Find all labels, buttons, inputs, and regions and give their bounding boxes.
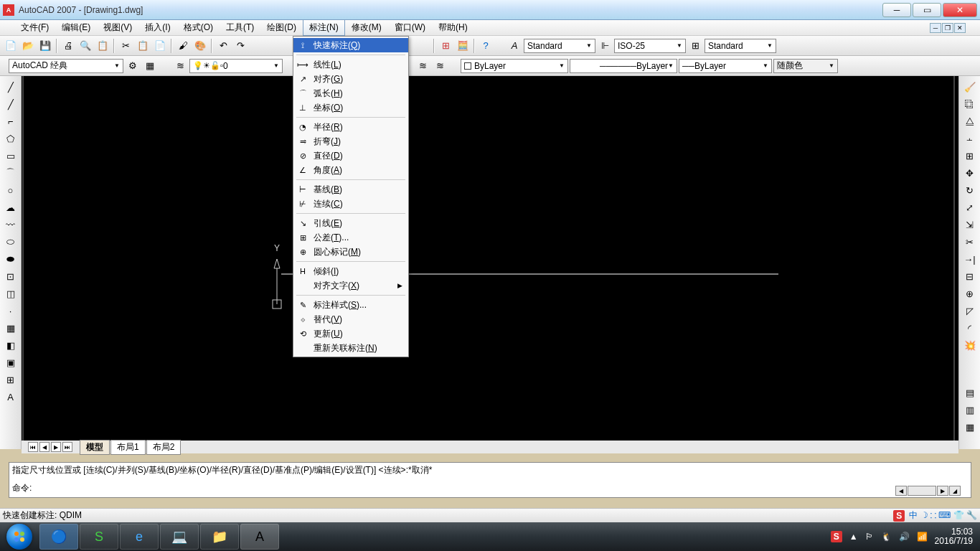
circle-icon[interactable]: ○ [3,182,19,198]
menu-item[interactable]: ↗对齐(G) [293,72,408,86]
menu-window[interactable]: 窗口(W) [388,19,432,36]
extend-icon[interactable]: →| [962,251,978,267]
lineweight-dropdown[interactable]: ── ByLayer▼ [679,59,772,73]
ws-save-icon[interactable]: ▦ [142,58,158,74]
menu-item[interactable]: ⟲更新(U) [293,326,408,341]
array-icon[interactable]: ⊞ [962,148,978,164]
tab-next[interactable]: ▶ [51,442,61,452]
region-icon[interactable]: ▣ [3,354,19,370]
xline-icon[interactable]: ╱ [3,96,19,112]
menu-item[interactable]: ⊢基线(B) [293,182,408,197]
layer-dropdown[interactable]: 💡☀🔓▫ 0▼ [189,59,283,73]
menu-file[interactable]: 文件(F) [14,19,55,36]
menu-edit[interactable]: 编辑(E) [55,19,97,36]
redo-icon[interactable]: ↷ [232,38,248,54]
ime-controls[interactable]: 中 ☽ ⸬ ⌨ 👕 🔧 [909,509,977,522]
mirror-icon[interactable]: ⧋ [962,113,978,129]
tray-date[interactable]: 2016/7/19 [935,537,973,546]
menu-item[interactable]: 重新关联标注(N) [293,341,408,355]
start-button[interactable] [0,522,39,551]
tab-layout1[interactable]: 布局1 [110,440,146,455]
hatch-icon[interactable]: ▦ [3,320,19,336]
break-icon[interactable]: ⊟ [962,268,978,284]
gradient-icon[interactable]: ◧ [3,337,19,353]
help-icon[interactable]: ? [478,38,494,54]
command-line[interactable]: 指定尺寸线位置或 [连续(C)/并列(S)/基线(B)/坐标(O)/半径(R)/… [9,462,971,498]
arc-icon[interactable]: ⌒ [3,165,19,181]
menu-item[interactable]: H倾斜(I) [293,264,408,278]
insert-icon[interactable]: ⊡ [3,268,19,284]
tab-prev[interactable]: ◀ [39,442,50,452]
task-explorer[interactable]: 📁 [200,524,239,550]
menu-item[interactable]: ⟼线性(L) [293,57,408,72]
spline-icon[interactable]: 〰 [3,217,19,232]
close-button[interactable]: ✕ [943,3,977,17]
task-app1[interactable]: 🔵 [39,524,78,550]
task-ie[interactable]: e [120,524,159,550]
fillet-icon[interactable]: ◜ [962,320,978,336]
copy2-icon[interactable]: ⿻ [962,96,978,112]
tab-model[interactable]: 模型 [80,440,110,455]
menu-item[interactable]: ⥤折弯(J) [293,134,408,149]
ellipsearc-icon[interactable]: ⬬ [3,251,19,267]
text-style-dropdown[interactable]: Standard▼ [524,39,595,53]
erase-icon[interactable]: 🧹 [962,79,978,95]
menu-item[interactable]: ⊕圆心标记(M) [293,245,408,259]
calc2-icon[interactable]: 🧮 [455,38,471,54]
offset-icon[interactable]: ⫠ [962,131,978,146]
layers2-icon[interactable]: ≋ [432,58,448,74]
trim-icon[interactable]: ✂ [962,234,978,250]
tray-sound-icon[interactable]: 🔊 [899,532,910,542]
pline-icon[interactable]: ⌐ [3,113,19,129]
task-app4[interactable]: 💻 [160,524,199,550]
undo-icon[interactable]: ↶ [215,38,231,54]
open-icon[interactable]: 📂 [20,38,36,54]
tray-qq-icon[interactable]: 🐧 [881,532,892,542]
ws-settings-icon[interactable]: ⚙ [125,58,141,74]
menu-item[interactable]: ⊥坐标(O) [293,100,408,115]
ellipse-icon[interactable]: ⬭ [3,234,19,250]
menu-item[interactable]: 对齐文字(X)▶ [293,278,408,293]
revcloud-icon[interactable]: ☁ [3,199,19,215]
menu-help[interactable]: 帮助(H) [432,19,474,36]
point-icon[interactable]: · [3,303,19,319]
block-icon[interactable]: ◫ [3,286,19,301]
tray-up-icon[interactable]: ▲ [849,532,858,542]
table-icon[interactable]: ⊞ [3,372,19,387]
menu-item[interactable]: ✎标注样式(S)... [293,298,408,312]
copy-icon[interactable]: 📋 [135,38,151,54]
block-icon[interactable]: 🎨 [192,38,208,54]
menu-item[interactable]: ⌒弧长(H) [293,86,408,100]
tray-net-icon[interactable]: 📶 [917,532,928,542]
palette3-icon[interactable]: ▦ [962,419,978,435]
match-icon[interactable]: 🖌 [175,38,191,54]
tray-flag-icon[interactable]: 🏳 [865,532,874,542]
tablestyle-icon[interactable]: ⊞ [687,38,703,54]
ime-badge[interactable]: S [893,510,905,522]
menu-dimension[interactable]: 标注(N) [303,19,345,36]
tray-ime-icon[interactable]: S [831,531,842,542]
menu-view[interactable]: 视图(V) [97,19,138,36]
cut-icon[interactable]: ✂ [118,38,133,54]
tab-last[interactable]: ⏭ [62,442,72,452]
layers-icon[interactable]: ≋ [415,58,430,74]
palette2-icon[interactable]: ▥ [962,402,978,418]
layer-mgr-icon[interactable]: ≋ [172,58,188,74]
dimstyle-icon[interactable]: ⊩ [597,38,613,54]
menu-modify[interactable]: 修改(M) [345,19,388,36]
polygon-icon[interactable]: ⬠ [3,131,19,146]
line-icon[interactable]: ╱ [3,79,19,95]
linetype-dropdown[interactable]: ────── ByLayer▼ [570,59,677,73]
task-app2[interactable]: S [80,524,118,550]
new-icon[interactable]: 📄 [3,38,19,54]
menu-format[interactable]: 格式(O) [177,19,220,36]
plot-icon[interactable]: 🖨 [60,38,76,54]
menu-item[interactable]: ⊬连续(C) [293,197,408,211]
save-icon[interactable]: 💾 [37,38,53,54]
workspace-dropdown[interactable]: AutoCAD 经典▼ [9,59,123,73]
table-style-dropdown[interactable]: Standard▼ [705,39,776,53]
move-icon[interactable]: ✥ [962,165,978,181]
rectangle-icon[interactable]: ▭ [3,148,19,164]
menu-item[interactable]: ⟐替代(V) [293,312,408,326]
menu-item[interactable]: ↘引线(E) [293,216,408,230]
